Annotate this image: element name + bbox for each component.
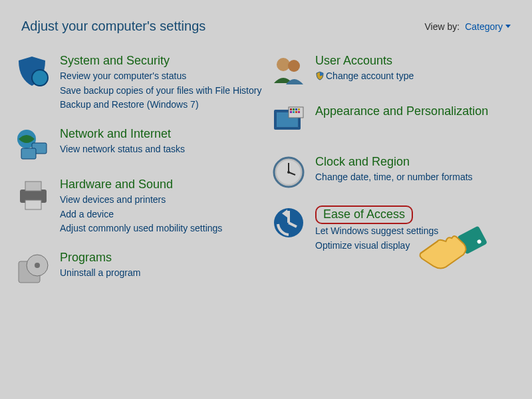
svg-rect-20 <box>293 111 295 113</box>
category-hardware-sound: Hardware and Sound View devices and prin… <box>15 176 262 236</box>
category-title-programs[interactable]: Programs <box>60 251 112 265</box>
ease-icon <box>270 204 307 241</box>
chevron-down-icon <box>505 25 511 28</box>
network-icon <box>15 126 52 163</box>
link-network-status[interactable]: View network status and tasks <box>60 142 262 157</box>
svg-rect-3 <box>21 148 36 159</box>
svg-rect-18 <box>298 108 300 110</box>
category-title-network-internet[interactable]: Network and Internet <box>60 127 171 141</box>
users-icon <box>270 53 307 90</box>
svg-point-9 <box>35 263 40 268</box>
svg-rect-5 <box>25 182 41 191</box>
category-title-user-accounts[interactable]: User Accounts <box>315 54 392 68</box>
svg-rect-17 <box>295 108 297 110</box>
category-title-system-security[interactable]: System and Security <box>60 54 170 68</box>
view-by-label: View by: <box>425 21 460 32</box>
link-file-history[interactable]: Save backup copies of your files with Fi… <box>60 84 262 98</box>
category-title-appearance-personalization[interactable]: Appearance and Personalization <box>315 104 488 118</box>
svg-point-10 <box>277 58 290 71</box>
svg-point-11 <box>288 60 300 72</box>
view-by-dropdown[interactable]: Category <box>465 21 511 32</box>
svg-point-0 <box>32 70 48 86</box>
ease-of-access-highlight: Ease of Access <box>315 205 413 224</box>
link-review-status[interactable]: Review your computer's status <box>60 69 262 84</box>
svg-point-27 <box>287 171 290 174</box>
category-appearance-personalization: Appearance and Personalization <box>270 103 517 140</box>
category-title-hardware-sound[interactable]: Hardware and Sound <box>60 178 173 192</box>
view-by-value: Category <box>465 21 503 32</box>
category-network-internet: Network and Internet View network status… <box>15 126 262 163</box>
link-devices-printers[interactable]: View devices and printers <box>60 193 262 207</box>
link-change-date-time[interactable]: Change date, time, or number formats <box>315 170 517 185</box>
link-add-device[interactable]: Add a device <box>60 207 262 222</box>
category-system-security: System and Security Review your computer… <box>15 53 262 112</box>
svg-rect-21 <box>295 111 297 113</box>
left-column: System and Security Review your computer… <box>15 53 262 300</box>
link-uninstall-program[interactable]: Uninstall a program <box>60 266 262 281</box>
page-title: Adjust your computer's settings <box>21 19 205 34</box>
category-title-ease-of-access[interactable]: Ease of Access <box>323 207 405 221</box>
view-by: View by: Category <box>425 21 511 32</box>
svg-rect-16 <box>293 108 295 110</box>
svg-rect-6 <box>25 200 41 209</box>
svg-rect-15 <box>290 108 292 110</box>
category-clock-region: Clock and Region Change date, time, or n… <box>270 154 517 191</box>
printer-icon <box>15 176 52 213</box>
link-mobility-settings[interactable]: Adjust commonly used mobility settings <box>60 221 262 236</box>
svg-rect-22 <box>298 111 300 113</box>
shield-icon <box>15 53 52 90</box>
clock-icon <box>270 154 307 191</box>
link-backup-restore[interactable]: Backup and Restore (Windows 7) <box>60 98 262 112</box>
monitor-icon <box>270 103 307 140</box>
category-user-accounts: User Accounts Change account type <box>270 53 517 90</box>
disc-icon <box>15 249 52 287</box>
uac-shield-icon <box>315 71 325 80</box>
category-programs: Programs Uninstall a program <box>15 249 262 287</box>
category-title-clock-region[interactable]: Clock and Region <box>315 155 410 169</box>
link-change-account-type[interactable]: Change account type <box>315 69 517 84</box>
svg-rect-19 <box>290 111 292 113</box>
